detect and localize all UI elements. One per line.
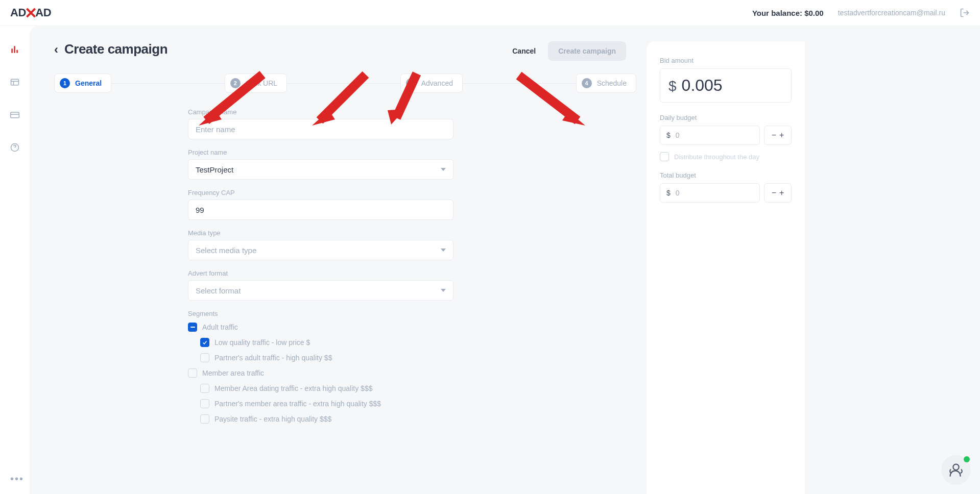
nav-help-icon[interactable] bbox=[9, 142, 20, 153]
total-budget-input[interactable]: $ 0 bbox=[660, 183, 760, 203]
svg-rect-1 bbox=[14, 46, 15, 53]
media-type-select[interactable]: Select media type bbox=[188, 240, 453, 260]
currency-symbol: $ bbox=[666, 189, 671, 197]
step-schedule[interactable]: 4 Schedule bbox=[576, 73, 636, 93]
segment-label: Paysite traffic - extra high quality $$$ bbox=[214, 415, 331, 423]
main-content: Cancel Create campaign ‹ Create campaign… bbox=[30, 26, 980, 494]
nav-table-icon[interactable] bbox=[9, 77, 20, 88]
step-number: 4 bbox=[582, 78, 592, 88]
step-number: 1 bbox=[60, 78, 70, 88]
logout-icon[interactable] bbox=[960, 8, 970, 18]
distribute-label: Distribute throughout the day bbox=[674, 153, 759, 161]
svg-point-10 bbox=[953, 464, 959, 470]
wizard-steps: 1 General 2 Click URL 3 Advanced 4 Sched… bbox=[54, 73, 636, 93]
segment-item: Partner's member area traffic - extra hi… bbox=[200, 397, 453, 410]
back-icon[interactable]: ‹ bbox=[54, 42, 58, 57]
total-budget-stepper[interactable]: −+ bbox=[764, 183, 792, 203]
select-value: TestProject bbox=[196, 165, 233, 174]
segment-item: Partner's adult traffic - high quality $… bbox=[200, 351, 453, 364]
more-menu-icon[interactable]: ••• bbox=[10, 473, 24, 485]
segment-checkbox[interactable] bbox=[188, 323, 197, 332]
step-connector bbox=[463, 83, 576, 84]
app-header: AD✕AD Your balance: $0.00 testadvertforc… bbox=[0, 0, 980, 26]
user-email: testadvertforcreationcam@mail.ru bbox=[838, 9, 945, 17]
bid-amount-label: Bid amount bbox=[660, 57, 792, 64]
project-name-select[interactable]: TestProject bbox=[188, 159, 453, 180]
svg-rect-2 bbox=[16, 50, 18, 53]
media-type-label: Media type bbox=[188, 229, 453, 237]
nav-stats-icon[interactable] bbox=[9, 44, 20, 55]
currency-symbol: $ bbox=[666, 131, 671, 139]
segment-checkbox[interactable] bbox=[200, 384, 209, 393]
chevron-down-icon bbox=[441, 249, 446, 252]
segment-label: Partner's member area traffic - extra hi… bbox=[214, 400, 381, 408]
sidebar bbox=[0, 26, 30, 494]
budget-value: 0 bbox=[676, 189, 680, 197]
plus-icon[interactable]: + bbox=[779, 188, 784, 197]
segment-item: Adult traffic bbox=[188, 320, 453, 334]
segment-item: Low quality traffic - low price $ bbox=[200, 336, 453, 349]
frequency-cap-input[interactable] bbox=[188, 200, 453, 220]
right-panel: Bid amount $ 0.005 Daily budget $ 0 −+ D… bbox=[647, 41, 805, 494]
svg-rect-3 bbox=[11, 79, 19, 85]
svg-rect-0 bbox=[11, 48, 13, 53]
total-budget-label: Total budget bbox=[660, 171, 792, 179]
step-connector bbox=[287, 83, 400, 84]
budget-value: 0 bbox=[676, 131, 680, 139]
minus-icon[interactable]: − bbox=[772, 131, 776, 140]
step-general[interactable]: 1 General bbox=[54, 73, 111, 93]
svg-rect-4 bbox=[11, 112, 19, 118]
segment-checkbox[interactable] bbox=[200, 353, 209, 362]
segment-label: Member area traffic bbox=[202, 369, 264, 377]
select-placeholder: Select format bbox=[196, 286, 241, 295]
segment-label: Member Area dating traffic - extra high … bbox=[214, 384, 372, 392]
segment-checkbox[interactable] bbox=[200, 414, 209, 424]
form-area: Campaign name Project name TestProject F… bbox=[188, 108, 453, 426]
segment-label: Adult traffic bbox=[202, 323, 238, 331]
campaign-name-input[interactable] bbox=[188, 119, 453, 139]
cancel-button[interactable]: Cancel bbox=[508, 42, 540, 60]
segments-group: Adult trafficLow quality traffic - low p… bbox=[188, 320, 453, 426]
segments-label: Segments bbox=[188, 310, 453, 317]
segment-label: Low quality traffic - low price $ bbox=[214, 338, 310, 347]
logo: AD✕AD bbox=[10, 4, 51, 22]
segment-checkbox[interactable] bbox=[200, 399, 209, 408]
chevron-down-icon bbox=[441, 289, 446, 292]
advert-format-label: Advert format bbox=[188, 269, 453, 277]
campaign-name-label: Campaign name bbox=[188, 108, 453, 116]
step-click-url[interactable]: 2 Click URL bbox=[225, 73, 287, 93]
step-number: 2 bbox=[230, 78, 241, 88]
support-chat-button[interactable] bbox=[941, 455, 971, 485]
svg-marker-9 bbox=[562, 111, 585, 126]
distribute-checkbox[interactable] bbox=[660, 152, 669, 161]
segment-item: Member area traffic bbox=[188, 366, 453, 380]
bid-amount-input[interactable]: $ 0.005 bbox=[660, 68, 792, 103]
bid-value: 0.005 bbox=[682, 76, 723, 95]
currency-symbol: $ bbox=[668, 78, 677, 94]
segment-item: Paysite traffic - extra high quality $$$ bbox=[200, 412, 453, 426]
daily-budget-label: Daily budget bbox=[660, 114, 792, 121]
step-connector bbox=[111, 83, 225, 84]
balance-text: Your balance: $0.00 bbox=[752, 9, 824, 17]
advert-format-select[interactable]: Select format bbox=[188, 280, 453, 301]
segment-item: Member Area dating traffic - extra high … bbox=[200, 382, 453, 395]
segment-checkbox[interactable] bbox=[188, 368, 197, 378]
nav-card-icon[interactable] bbox=[9, 109, 20, 120]
segment-label: Partner's adult traffic - high quality $… bbox=[214, 354, 332, 362]
frequency-cap-label: Frequency CAP bbox=[188, 189, 453, 196]
step-advanced[interactable]: 3 Advanced bbox=[400, 73, 463, 93]
project-name-label: Project name bbox=[188, 149, 453, 156]
step-label: Schedule bbox=[597, 79, 627, 87]
plus-icon[interactable]: + bbox=[779, 131, 784, 140]
page-title: Create campaign bbox=[64, 41, 168, 57]
step-label: General bbox=[75, 79, 102, 87]
step-number: 3 bbox=[406, 78, 416, 88]
minus-icon[interactable]: − bbox=[772, 188, 776, 197]
select-placeholder: Select media type bbox=[196, 246, 256, 255]
step-label: Advanced bbox=[421, 79, 453, 87]
daily-budget-stepper[interactable]: −+ bbox=[764, 126, 792, 145]
create-campaign-button[interactable]: Create campaign bbox=[548, 41, 626, 61]
step-label: Click URL bbox=[246, 79, 277, 87]
segment-checkbox[interactable] bbox=[200, 338, 209, 347]
daily-budget-input[interactable]: $ 0 bbox=[660, 126, 760, 145]
